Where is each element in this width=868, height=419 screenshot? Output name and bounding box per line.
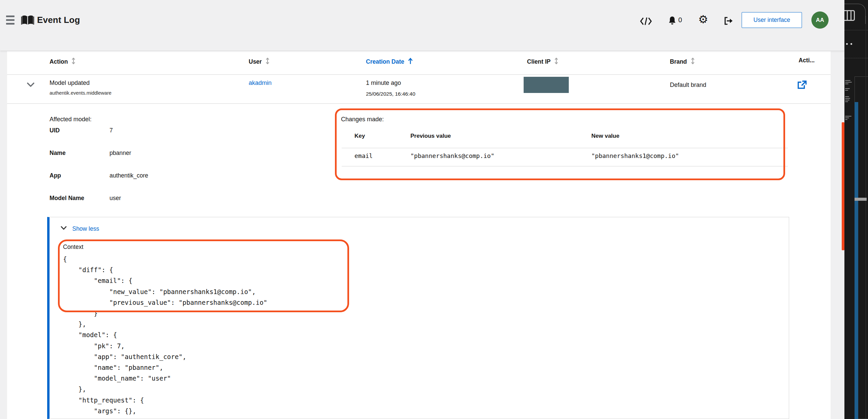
api-code-icon[interactable] xyxy=(640,17,652,26)
user-interface-button[interactable]: User interface xyxy=(742,12,802,28)
column-header-client-ip[interactable]: Client IP xyxy=(527,57,559,67)
table-header-row: Action User Creation Date Client IP Bran… xyxy=(7,51,831,75)
gear-icon[interactable]: ⚙ xyxy=(698,14,708,25)
page-title: Event Log xyxy=(37,15,80,25)
user-interface-button-label: User interface xyxy=(753,17,790,24)
context-label: Context xyxy=(63,244,83,251)
event-row: Model updated authentik.events.middlewar… xyxy=(7,75,831,104)
avatar-initials: AA xyxy=(816,17,824,24)
affected-model-label: Affected model: xyxy=(50,116,92,123)
open-book-icon xyxy=(21,14,34,26)
preview-blue-bar xyxy=(855,102,858,419)
changes-divider xyxy=(342,148,788,148)
preview-divider xyxy=(844,30,868,30)
notification-count: 0 xyxy=(678,16,682,24)
event-brand: Default brand xyxy=(670,82,706,89)
changes-cell-previous: "pbannershanks@comp.io" xyxy=(410,152,494,159)
preview-tiny-text xyxy=(845,96,850,103)
preview-tiny-text xyxy=(845,80,852,85)
bell-icon[interactable] xyxy=(668,16,676,25)
client-ip-redaction-box xyxy=(524,77,569,93)
sort-updown-icon xyxy=(71,60,76,66)
column-header-brand[interactable]: Brand xyxy=(670,57,695,67)
event-action-title: Model updated xyxy=(50,79,90,87)
changes-cell-new: "pbannershanks1@comp.io" xyxy=(591,152,679,159)
chevron-down-icon xyxy=(61,225,67,231)
expanded-row-content: Affected model: UID 7 Name pbanner App a… xyxy=(7,104,831,419)
preview-dot xyxy=(846,43,848,45)
avatar[interactable]: AA xyxy=(811,11,829,29)
show-less-toggle[interactable]: Show less xyxy=(61,225,99,232)
context-json: { "diff": { "email": { "new_value": "pba… xyxy=(63,254,267,419)
sort-updown-icon xyxy=(690,60,695,66)
side-window-preview xyxy=(844,0,868,419)
event-created-relative: 1 minute ago xyxy=(366,79,401,87)
preview-tiny-text xyxy=(845,116,851,121)
event-created-absolute: 25/06/2025, 16:46:40 xyxy=(366,91,415,97)
sort-updown-icon xyxy=(265,60,270,66)
preview-orange-marker xyxy=(842,122,844,250)
field-value-name: pbanner xyxy=(110,150,131,157)
field-value-uid: 7 xyxy=(110,127,113,134)
share-square-icon[interactable] xyxy=(797,80,807,90)
column-header-user[interactable]: User xyxy=(249,57,270,67)
field-value-app: authentik_core xyxy=(110,172,148,179)
preview-tiny-text xyxy=(845,88,850,92)
field-key-model-name: Model Name xyxy=(50,195,84,202)
changes-column-previous: Previous value xyxy=(410,133,451,139)
changes-column-key: Key xyxy=(354,133,365,139)
changes-column-new: New value xyxy=(591,133,619,139)
chevron-down-icon[interactable] xyxy=(27,82,37,90)
field-key-uid: UID xyxy=(50,127,60,134)
event-action-subtitle: authentik.events.middleware xyxy=(50,90,112,96)
hamburger-menu-icon[interactable] xyxy=(6,15,15,26)
changes-cell-key: email xyxy=(354,152,373,159)
sign-out-icon[interactable] xyxy=(724,17,733,25)
app-header: Event Log 0 ⚙ User interface xyxy=(0,0,844,51)
sort-updown-icon xyxy=(554,60,559,66)
columns-view-icon xyxy=(844,10,855,21)
changes-made-heading: Changes made: xyxy=(341,116,384,123)
column-header-action[interactable]: Action xyxy=(50,57,76,67)
field-key-app: App xyxy=(50,172,61,179)
arrow-up-icon xyxy=(408,60,413,66)
preview-scroll-thumb xyxy=(855,198,867,201)
event-log-page: Event Log 0 ⚙ User interface xyxy=(0,0,868,419)
column-header-creation-date[interactable]: Creation Date xyxy=(366,57,413,67)
event-user-link[interactable]: akadmin xyxy=(249,79,272,87)
preview-divider xyxy=(844,58,868,58)
context-card: Show less Context { "diff": { "email": {… xyxy=(47,217,789,419)
column-header-actions: Acti... xyxy=(799,57,815,64)
preview-dot xyxy=(850,43,852,45)
event-table: Action User Creation Date Client IP Bran… xyxy=(7,51,831,419)
show-less-label: Show less xyxy=(72,225,99,232)
field-key-name: Name xyxy=(50,150,66,157)
field-value-model-name: user xyxy=(110,195,121,202)
changes-divider xyxy=(342,166,788,166)
